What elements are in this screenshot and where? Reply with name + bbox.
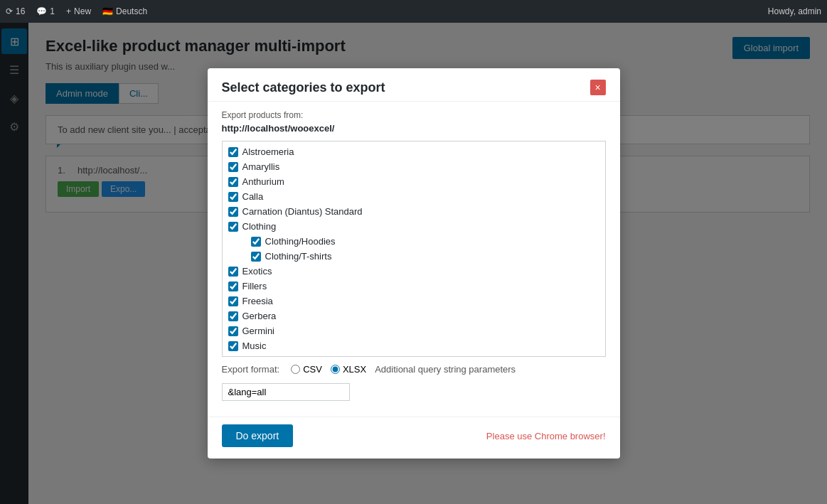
format-xlsx[interactable]: XLSX [331, 364, 366, 375]
category-item-fillers: Fillers [223, 279, 605, 294]
category-item-anthurium: Anthurium [223, 174, 605, 189]
category-label-calla: Calla [242, 191, 264, 202]
category-label-music: Music [242, 341, 267, 351]
category-label-alstroemeria: Alstroemeria [242, 146, 294, 157]
category-checkbox-clothing-tshirts[interactable] [251, 252, 261, 262]
category-item-clothing: Clothing [223, 219, 605, 234]
category-checkbox-exotics[interactable] [228, 267, 238, 277]
category-checkbox-amaryllis[interactable] [228, 162, 238, 172]
category-label-clothing: Clothing [242, 221, 277, 232]
plus-icon: + [66, 6, 71, 16]
category-label-freesia: Freesia [242, 296, 273, 306]
category-label-anthurium: Anthurium [242, 176, 284, 187]
category-list: AlstroemeriaAmaryllisAnthuriumCallaCarna… [223, 141, 605, 356]
modal-title: Select categories to export [222, 80, 385, 95]
category-item-amaryllis: Amaryllis [223, 159, 605, 174]
category-label-exotics: Exotics [242, 266, 272, 277]
category-label-amaryllis: Amaryllis [242, 161, 280, 172]
format-xlsx-label: XLSX [343, 364, 366, 375]
format-label: Export format: [222, 364, 280, 375]
category-checkbox-music[interactable] [228, 341, 238, 351]
modal-footer: Do export Please use Chrome browser! [208, 417, 620, 459]
category-item-freesia: Freesia [223, 294, 605, 309]
export-url: http://localhost/wooexcel/ [222, 123, 606, 134]
category-label-gerbera: Gerbera [242, 311, 277, 321]
language-label: Deutsch [116, 6, 147, 16]
flag-icon: 🇩🇪 [102, 6, 113, 16]
category-checkbox-anthurium[interactable] [228, 177, 238, 187]
howdy-text: Howdy, admin [768, 6, 821, 16]
category-checkbox-carnation[interactable] [228, 207, 238, 217]
comments-item[interactable]: 💬 1 [36, 6, 55, 16]
format-csv-label: CSV [303, 364, 322, 375]
category-checkbox-alstroemeria[interactable] [228, 147, 238, 157]
format-row: Export format: CSV XLSX Additional query… [222, 364, 606, 401]
category-label-fillers: Fillers [242, 281, 267, 291]
modal-body: Export products from: http://localhost/w… [208, 102, 620, 417]
category-label-clothing-tshirts: Clothing/T-shirts [265, 251, 332, 262]
category-checkbox-calla[interactable] [228, 192, 238, 202]
do-export-button[interactable]: Do export [222, 424, 294, 447]
category-item-germini: Germini [223, 323, 605, 338]
format-csv-radio[interactable] [291, 365, 300, 374]
comments-icon: 💬 [36, 6, 47, 16]
language-item[interactable]: 🇩🇪 Deutsch [102, 6, 147, 16]
format-xlsx-radio[interactable] [331, 365, 340, 374]
category-checkbox-freesia[interactable] [228, 296, 238, 306]
category-item-alstroemeria: Alstroemeria [223, 144, 605, 159]
category-checkbox-clothing[interactable] [228, 222, 238, 232]
category-item-calla: Calla [223, 189, 605, 204]
modal-close-button[interactable]: × [590, 80, 606, 95]
export-from-label: Export products from: [222, 110, 606, 120]
updates-item[interactable]: ⟳ 16 [6, 6, 25, 16]
category-checkbox-gerbera[interactable] [228, 311, 238, 321]
category-label-clothing-hoodies: Clothing/Hoodies [265, 236, 336, 247]
category-item-exotics: Exotics [223, 264, 605, 279]
category-item-carnation: Carnation (Diantus) Standard [223, 204, 605, 219]
format-csv[interactable]: CSV [291, 364, 322, 375]
chrome-warning: Please use Chrome browser! [486, 431, 606, 441]
updates-count: 16 [16, 6, 25, 16]
admin-bar: ⟳ 16 💬 1 + New 🇩🇪 Deutsch Howdy, admin [0, 0, 827, 23]
category-checkbox-fillers[interactable] [228, 282, 238, 291]
category-checkbox-clothing-hoodies[interactable] [251, 237, 261, 247]
category-label-germini: Germini [242, 326, 275, 336]
query-label: Additional query string parameters [375, 364, 516, 375]
updates-icon: ⟳ [6, 6, 13, 16]
new-item[interactable]: + New [66, 6, 91, 16]
query-input[interactable] [222, 383, 350, 401]
category-checkbox-germini[interactable] [228, 326, 238, 336]
category-item-clothing-hoodies: Clothing/Hoodies [223, 234, 605, 249]
category-label-carnation: Carnation (Diantus) Standard [242, 206, 363, 217]
modal-header: Select categories to export × [208, 68, 620, 102]
category-item-gerbera: Gerbera [223, 309, 605, 323]
category-item-music: Music [223, 338, 605, 353]
category-item-clothing-tshirts: Clothing/T-shirts [223, 249, 605, 264]
modal-overlay: Select categories to export × Export pro… [0, 23, 827, 504]
export-modal: Select categories to export × Export pro… [208, 68, 620, 459]
comments-count: 1 [50, 6, 55, 16]
new-label: New [74, 6, 91, 16]
category-list-wrapper[interactable]: AlstroemeriaAmaryllisAnthuriumCallaCarna… [222, 141, 606, 357]
